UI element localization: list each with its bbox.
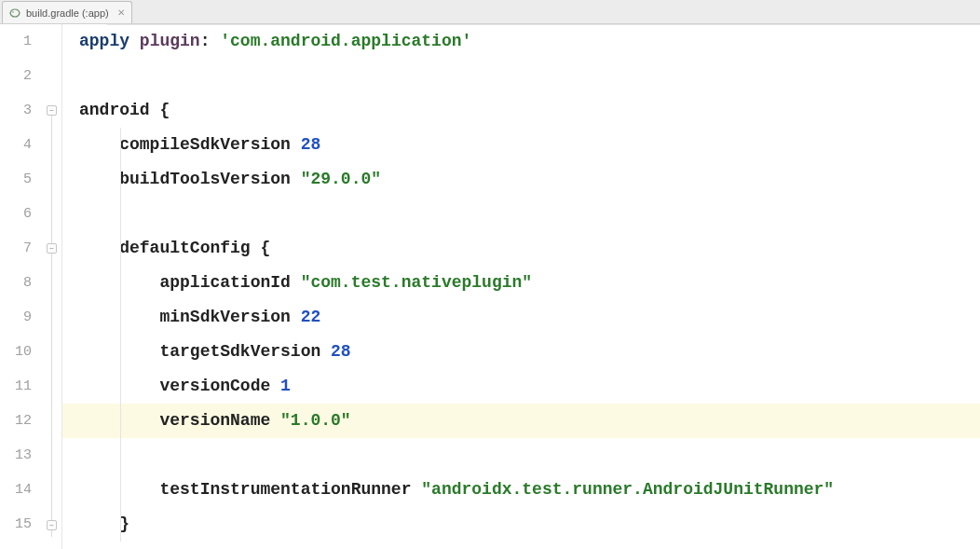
line-number: 11 [0,369,32,404]
code-line-current[interactable]: versionName "1.0.0" [62,404,980,438]
code-content[interactable]: apply plugin: 'com.android.application' … [61,24,980,549]
fold-toggle[interactable]: − [47,520,57,530]
number: 1 [280,377,291,395]
line-number: 9 [0,300,32,335]
line-number: 13 [0,438,32,473]
text [129,32,140,50]
line-number: 12 [0,404,32,438]
editor-tab[interactable]: build.gradle (:app) ✕ [2,1,132,23]
string: "1.0.0" [280,411,351,430]
text: compileSdkVersion [119,135,300,154]
line-number: 10 [0,335,32,369]
line-number: 14 [0,473,32,507]
line-number: 15 [0,507,32,542]
keyword: apply [79,32,129,50]
string: "androidx.test.runner.AndroidJUnitRunner… [421,480,834,499]
fold-guide [51,254,52,520]
number: 28 [301,135,321,154]
text: minSdkVersion [159,308,300,326]
number: 22 [301,308,321,326]
code-line[interactable]: targetSdkVersion 28 [62,335,980,369]
code-editor[interactable]: 1 2 3 4 5 6 7 8 9 10 11 12 13 14 15 − − … [0,24,980,549]
line-number: 4 [0,128,32,162]
line-number: 7 [0,231,32,266]
fold-toggle[interactable]: − [47,105,57,116]
text: : [200,32,221,50]
code-line[interactable] [62,438,980,473]
line-number: 1 [0,24,32,59]
code-line[interactable]: minSdkVersion 22 [62,300,980,335]
text: buildToolsVersion [119,170,300,188]
number: 28 [331,342,351,361]
line-number: 5 [0,162,32,197]
string: 'com.android.application' [220,32,471,50]
line-number: 6 [0,197,32,231]
keyword: plugin [140,32,200,50]
code-line[interactable]: defaultConfig { [62,231,980,266]
text: versionCode [159,377,280,395]
code-line[interactable]: applicationId "com.test.nativeplugin" [62,266,980,300]
line-number: 3 [0,93,32,128]
code-line[interactable]: testInstrumentationRunner "androidx.test… [62,473,980,507]
text: targetSdkVersion [159,342,331,361]
line-number-gutter: 1 2 3 4 5 6 7 8 9 10 11 12 13 14 15 [0,24,45,549]
tab-label: build.gradle (:app) [26,7,109,19]
code-line[interactable]: android { [62,93,980,128]
fold-gutter: − − − [45,24,61,549]
text: applicationId [159,273,300,292]
line-number: 8 [0,266,32,300]
code-line[interactable]: } [62,507,980,542]
code-line[interactable]: compileSdkVersion 28 [62,128,980,162]
gradle-icon [8,7,21,20]
text: versionName [159,411,280,430]
string: "com.test.nativeplugin" [301,273,532,292]
code-line[interactable] [62,59,980,93]
close-icon[interactable]: ✕ [116,8,126,18]
fold-toggle[interactable]: − [47,243,57,254]
code-line[interactable]: versionCode 1 [62,369,980,404]
indent-guide [120,128,121,542]
text: testInstrumentationRunner [159,480,421,499]
text: android { [79,101,170,119]
string: "29.0.0" [301,170,381,188]
code-line[interactable]: buildToolsVersion "29.0.0" [62,162,980,197]
svg-point-0 [12,11,14,13]
code-line[interactable]: apply plugin: 'com.android.application' [62,24,980,59]
code-line[interactable] [62,197,980,231]
text: defaultConfig { [119,239,270,257]
line-number: 2 [0,59,32,93]
tab-bar: build.gradle (:app) ✕ [0,0,980,24]
